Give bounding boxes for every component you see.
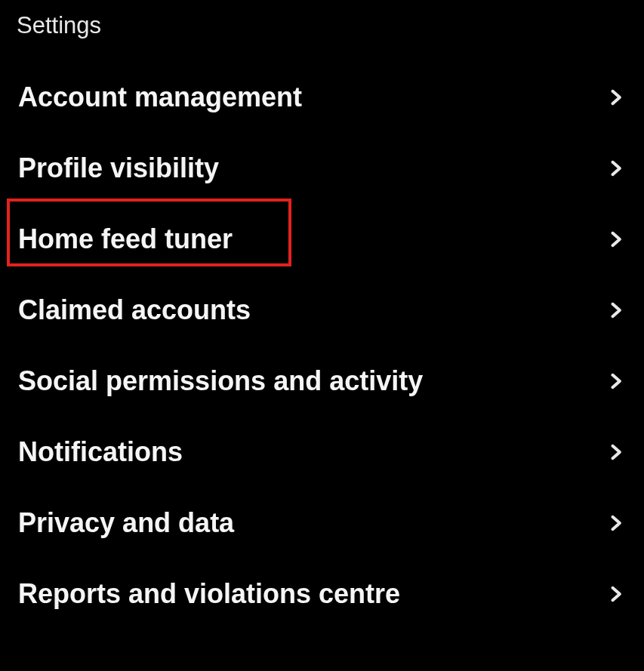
chevron-right-icon xyxy=(605,512,626,534)
settings-item-home-feed-tuner[interactable]: Home feed tuner xyxy=(0,204,644,275)
settings-item-account-management[interactable]: Account management xyxy=(0,62,644,133)
settings-item-reports-and-violations[interactable]: Reports and violations centre xyxy=(0,559,644,629)
settings-item-label: Account management xyxy=(18,82,302,113)
settings-item-profile-visibility[interactable]: Profile visibility xyxy=(0,133,644,204)
header: Settings xyxy=(0,0,644,62)
settings-item-label: Privacy and data xyxy=(18,507,234,539)
settings-item-social-permissions[interactable]: Social permissions and activity xyxy=(0,346,644,417)
chevron-right-icon xyxy=(605,442,626,463)
settings-item-label: Home feed tuner xyxy=(18,223,233,255)
settings-item-notifications[interactable]: Notifications xyxy=(0,417,644,488)
settings-list: Account management Profile visibility Ho… xyxy=(0,62,644,629)
settings-item-privacy-and-data[interactable]: Privacy and data xyxy=(0,488,644,559)
settings-item-label: Profile visibility xyxy=(18,152,219,184)
chevron-right-icon xyxy=(605,300,626,321)
settings-item-label: Notifications xyxy=(18,436,183,468)
chevron-right-icon xyxy=(605,371,626,392)
settings-item-claimed-accounts[interactable]: Claimed accounts xyxy=(0,275,644,346)
settings-item-label: Claimed accounts xyxy=(18,294,251,326)
page-title: Settings xyxy=(17,12,627,39)
chevron-right-icon xyxy=(605,158,626,179)
settings-item-label: Reports and violations centre xyxy=(18,578,400,610)
chevron-right-icon xyxy=(605,87,626,108)
chevron-right-icon xyxy=(605,583,626,605)
chevron-right-icon xyxy=(605,229,626,250)
settings-item-label: Social permissions and activity xyxy=(18,365,423,397)
